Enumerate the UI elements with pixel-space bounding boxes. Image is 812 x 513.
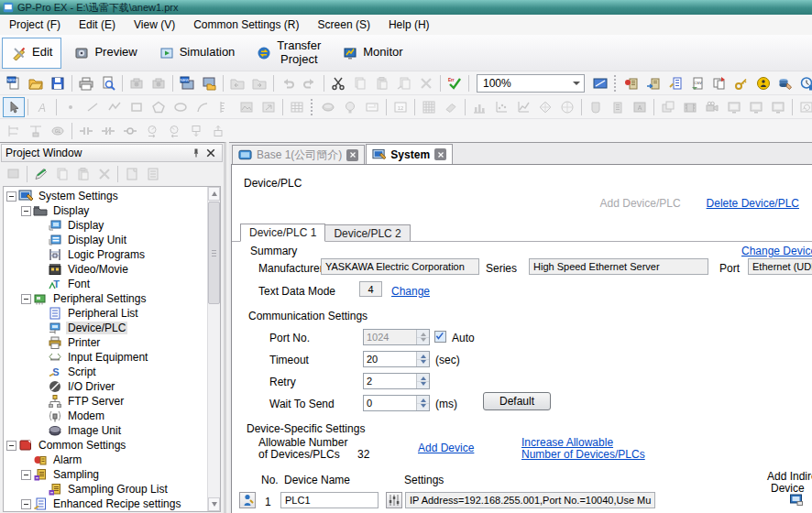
- tree-item[interactable]: Enhanced Recipe settings: [4, 497, 206, 511]
- redo-icon[interactable]: [299, 73, 321, 93]
- close-icon[interactable]: [203, 147, 218, 159]
- mode-button[interactable]: Transfer Project: [247, 38, 330, 69]
- next-screen-icon[interactable]: [248, 73, 270, 93]
- menu-item[interactable]: View (V): [125, 15, 184, 35]
- add-device-link[interactable]: Add Device: [418, 442, 474, 454]
- coil-out-icon[interactable]: [119, 121, 141, 141]
- retry-spinner[interactable]: 2: [363, 373, 430, 389]
- tree-expander-icon[interactable]: [21, 294, 31, 304]
- window-parts-icon[interactable]: [657, 97, 679, 117]
- fit-screen-icon[interactable]: [589, 73, 611, 93]
- new-icon[interactable]: NEW: [3, 73, 25, 93]
- increase-allowable-link-1[interactable]: Increase Allowable: [521, 436, 613, 449]
- monitor-b-icon[interactable]: [745, 97, 767, 117]
- compass-icon[interactable]: [556, 97, 578, 117]
- delete-device-plc-link[interactable]: Delete Device/PLC: [707, 197, 799, 210]
- password-icon[interactable]: [752, 73, 774, 93]
- menu-item[interactable]: Common Settings (R): [184, 15, 308, 35]
- menu-item[interactable]: Edit (E): [70, 15, 125, 35]
- tree-item[interactable]: Image Unit: [4, 423, 206, 438]
- tree-item[interactable]: Display Unit: [4, 233, 206, 247]
- text-icon[interactable]: A: [31, 97, 53, 117]
- spin-down-icon[interactable]: [417, 338, 429, 345]
- tree-scrollbar[interactable]: [207, 187, 220, 511]
- menu-item[interactable]: Project (F): [0, 15, 70, 35]
- tab-close-icon[interactable]: [346, 149, 358, 161]
- spin-down-icon[interactable]: [417, 360, 429, 367]
- rect-icon[interactable]: [126, 97, 148, 117]
- paste-icon[interactable]: [371, 73, 393, 93]
- tree-expander-icon[interactable]: [21, 206, 31, 216]
- tank-icon[interactable]: [585, 97, 607, 117]
- clock-settings-icon[interactable]: [796, 73, 812, 93]
- mode-button[interactable]: Monitor: [333, 38, 411, 69]
- menu-item[interactable]: Screen (S): [309, 15, 379, 35]
- print-icon[interactable]: [75, 73, 97, 93]
- new-screen-icon[interactable]: NEW: [176, 73, 198, 93]
- device-settings-button[interactable]: [386, 492, 402, 508]
- contact-nc-icon[interactable]: [97, 121, 119, 141]
- spin-down-icon[interactable]: [417, 382, 429, 389]
- parts-palette-icon[interactable]: [664, 73, 686, 93]
- polyline-icon[interactable]: [104, 97, 126, 117]
- copy-icon[interactable]: [349, 73, 371, 93]
- add-indirect-device-button[interactable]: [789, 492, 806, 508]
- change-text-data-mode-link[interactable]: Change: [391, 285, 430, 298]
- ellipse-icon[interactable]: [170, 97, 192, 117]
- mode-button[interactable]: Edit: [2, 38, 61, 69]
- tree-expander-icon[interactable]: [6, 191, 16, 202]
- capture-screen-icon[interactable]: [148, 73, 170, 93]
- switch-icon[interactable]: [317, 97, 339, 117]
- pw-edit-icon[interactable]: [30, 165, 51, 183]
- line-icon[interactable]: [82, 97, 104, 117]
- line-graph-icon[interactable]: [512, 97, 534, 117]
- spin-up-icon[interactable]: [417, 352, 429, 360]
- polygon-icon[interactable]: [148, 97, 170, 117]
- movie-camera-icon[interactable]: [701, 97, 723, 117]
- tree-item[interactable]: I/O Driver: [4, 379, 206, 394]
- data-display-icon[interactable]: [361, 97, 383, 117]
- duplicate-icon[interactable]: [393, 73, 415, 93]
- tree-item[interactable]: System Settings: [4, 189, 206, 203]
- screen-call-icon[interactable]: [258, 97, 280, 117]
- pw-screen-icon[interactable]: [3, 165, 24, 183]
- port-no-spinner[interactable]: 1024: [363, 329, 430, 345]
- date-display-icon[interactable]: 12: [390, 97, 411, 117]
- address-settings-icon[interactable]: [620, 73, 642, 93]
- pw-doc2-icon[interactable]: [142, 165, 163, 183]
- zoom-combobox[interactable]: 100%: [477, 74, 585, 93]
- pw-copy-icon[interactable]: [51, 165, 72, 183]
- keypad-icon[interactable]: [418, 97, 440, 117]
- spin-up-icon[interactable]: [417, 396, 429, 404]
- menu-item[interactable]: Help (H): [379, 15, 439, 35]
- auto-checkbox[interactable]: [434, 331, 446, 343]
- timer-on-icon[interactable]: [141, 121, 163, 141]
- tree-item[interactable]: Video/Movie: [4, 262, 206, 277]
- wait-to-send-spinner[interactable]: 0: [363, 395, 430, 411]
- tree-item[interactable]: Logic Programs: [4, 247, 206, 262]
- editor-tab[interactable]: Base 1(公司簡介): [232, 145, 365, 164]
- tree-item[interactable]: Display: [4, 218, 206, 233]
- tree-item[interactable]: Sampling: [4, 467, 206, 482]
- change-device-plc-link[interactable]: Change Device/PLC: [741, 245, 812, 257]
- scroll-down-button[interactable]: [208, 497, 220, 511]
- graph-3d-icon[interactable]: [534, 97, 556, 117]
- lad-block-icon[interactable]: [25, 121, 47, 141]
- cut-icon[interactable]: [327, 73, 349, 93]
- eraser-icon[interactable]: [440, 97, 462, 117]
- tree-item[interactable]: Modem: [4, 409, 206, 423]
- pin-icon[interactable]: [189, 147, 203, 159]
- refresh-parts-icon[interactable]: [796, 97, 812, 117]
- touch-data-icon[interactable]: [774, 73, 796, 93]
- capture-part-icon[interactable]: [126, 73, 148, 93]
- lamp-icon[interactable]: [339, 97, 361, 117]
- tree-item[interactable]: Sampling Group List: [4, 482, 206, 497]
- tree-expander-icon[interactable]: [21, 499, 31, 509]
- device-plc-tab[interactable]: Device/PLC 2: [324, 224, 410, 242]
- spin-up-icon[interactable]: [417, 330, 429, 338]
- delete-icon[interactable]: [415, 73, 437, 93]
- prev-screen-icon[interactable]: [226, 73, 248, 93]
- editor-tab[interactable]: System: [366, 144, 453, 164]
- scatter-graph-icon[interactable]: [490, 97, 512, 117]
- bar-graph-icon[interactable]: [468, 97, 490, 117]
